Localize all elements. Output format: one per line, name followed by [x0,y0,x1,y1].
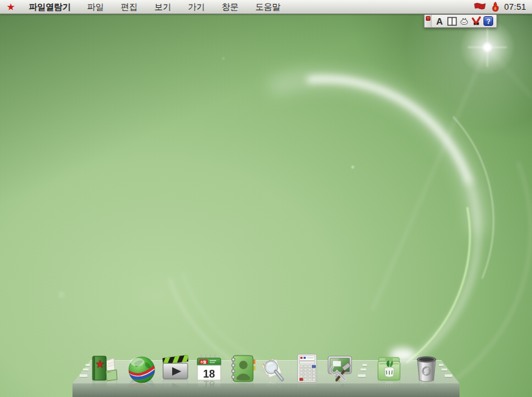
menu-view[interactable]: 보기 [146,1,179,13]
media-player-icon [161,353,190,384]
svg-text:6월: 6월 [201,360,206,365]
dock-item-documents-folder[interactable] [374,353,404,384]
file-manager-icon [89,353,119,384]
dock-item-address-book[interactable] [228,353,258,384]
dock-item-web-browser[interactable] [127,353,157,384]
menu-bar: ★ 파일열람기 파일 편집 보기 가기 창문 도움말 07:51 [0,0,532,14]
dock-shelf-reflection [72,383,460,397]
svg-text:18: 18 [203,368,215,380]
dock-item-file-search[interactable] [258,353,287,384]
calculator-icon [293,353,322,384]
system-settings-icon [325,353,355,384]
close-icon[interactable] [426,16,430,21]
address-book-icon [228,353,258,384]
dock-item-media-player[interactable] [161,353,190,384]
red-flag-icon[interactable] [473,2,487,12]
documents-folder-icon [374,353,404,384]
file-search-icon [258,353,287,384]
calendar-icon: 6월 18 [194,353,224,384]
red-star-icon[interactable]: ★ [0,0,21,14]
menu-clock: 07:51 [504,2,526,12]
menu-help[interactable]: 도움말 [247,1,289,13]
dock-item-calendar[interactable]: 6월 18 [194,353,224,384]
menu-app-name[interactable]: 파일열람기 [21,1,78,13]
dock-item-file-manager[interactable] [89,353,119,384]
toolbar-handle[interactable] [425,15,432,27]
dock-item-trash[interactable] [412,353,441,384]
dock-icon-row: 6월 18 [72,353,460,384]
character-palette-button[interactable]: A [434,16,445,27]
web-browser-icon [127,353,157,384]
dock: 6월 18 [72,360,460,397]
menu-window[interactable]: 창문 [213,1,247,13]
menu-edit[interactable]: 편집 [112,1,146,13]
two-column-layout-icon[interactable] [447,16,457,27]
input-method-toolbar: A ? [424,14,497,28]
menu-go[interactable]: 가기 [179,1,213,13]
red-torch-icon[interactable] [491,1,500,12]
desktop-wallpaper [0,0,532,397]
trash-icon [412,353,441,384]
desktop-screen: ★ 파일열람기 파일 편집 보기 가기 창문 도움말 07:51 A [0,0,532,397]
hand-input-icon[interactable] [459,16,469,27]
dock-item-calculator[interactable] [293,353,322,384]
help-button[interactable]: ? [483,16,493,26]
menu-status-area: 07:51 [473,1,532,12]
red-check-icon[interactable] [471,16,482,27]
dock-item-system-settings[interactable] [325,353,355,384]
menu-file[interactable]: 파일 [78,1,112,13]
